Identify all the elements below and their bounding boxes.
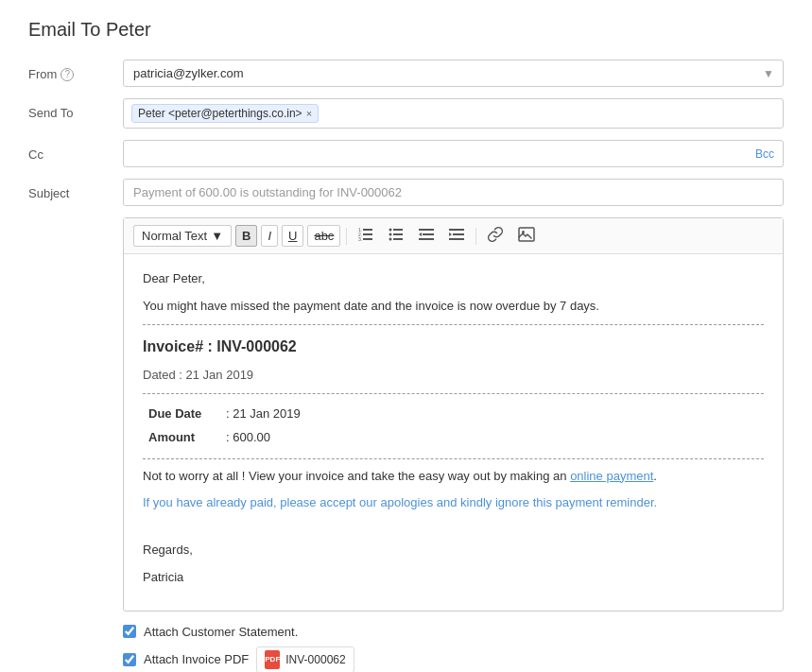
cc-field: Bcc	[123, 140, 784, 167]
normal-text-button[interactable]: Normal Text ▼	[133, 225, 232, 247]
svg-rect-7	[393, 233, 403, 235]
indent-increase-button[interactable]	[443, 225, 470, 247]
from-field: patricia@zylker.com ▼	[123, 60, 784, 87]
regards: Regards,	[143, 541, 764, 560]
greeting: Dear Peter,	[143, 269, 764, 289]
page-title: Email To Peter	[28, 19, 784, 41]
svg-rect-1	[363, 233, 372, 235]
subject-field: Payment of 600.00 is outstanding for INV…	[123, 179, 784, 206]
link-button[interactable]	[482, 224, 509, 248]
attach-statement-label: Attach Customer Statement.	[144, 625, 298, 639]
send-to-label: Send To	[28, 98, 123, 120]
unordered-list-button[interactable]	[383, 225, 409, 247]
svg-rect-6	[393, 229, 403, 231]
svg-point-9	[389, 229, 392, 232]
svg-point-10	[389, 233, 392, 236]
editor-body[interactable]: Dear Peter, You might have missed the pa…	[124, 254, 783, 611]
send-to-field[interactable]: Peter <peter@peterthings.co.in> ×	[123, 98, 784, 129]
indent-decrease-button[interactable]	[413, 225, 440, 247]
invoice-title: Invoice# : INV-000062	[143, 335, 764, 359]
svg-text:3.: 3.	[358, 236, 362, 241]
divider-3	[143, 458, 764, 459]
divider-2	[143, 393, 764, 394]
apology-paragraph: If you have already paid, please accept …	[143, 493, 764, 513]
editor-toolbar: Normal Text ▼ B I U abc 1.2.3.	[124, 218, 783, 254]
send-to-input[interactable]: Peter <peter@peterthings.co.in> ×	[123, 98, 784, 129]
online-payment-link[interactable]: online payment	[570, 469, 653, 483]
toolbar-divider-1	[346, 228, 347, 245]
pdf-filename: INV-000062	[285, 653, 345, 666]
due-date-label: Due Date	[145, 404, 220, 425]
ordered-list-button[interactable]: 1.2.3.	[353, 225, 379, 247]
svg-point-11	[389, 238, 392, 241]
svg-rect-12	[419, 229, 434, 231]
svg-rect-8	[393, 238, 403, 240]
due-date-row: Due Date : 21 Jan 2019	[145, 404, 304, 425]
subject-label: Subject	[28, 179, 123, 200]
pdf-badge: PDF INV-000062	[256, 646, 354, 672]
cc-input[interactable]	[123, 140, 784, 167]
underline-button[interactable]: U	[282, 225, 303, 247]
svg-rect-17	[453, 233, 464, 235]
svg-rect-13	[423, 233, 434, 235]
italic-button[interactable]: I	[261, 225, 278, 247]
svg-rect-18	[449, 238, 464, 240]
bold-button[interactable]: B	[235, 225, 257, 247]
subject-input[interactable]: Payment of 600.00 is outstanding for INV…	[123, 179, 784, 206]
svg-rect-2	[363, 238, 372, 240]
due-date-value: : 21 Jan 2019	[222, 404, 304, 425]
attach-pdf-label: Attach Invoice PDF	[144, 652, 249, 666]
svg-marker-19	[449, 233, 452, 236]
body-line1: You might have missed the payment date a…	[143, 297, 764, 317]
invoice-dated: Dated : 21 Jan 2019	[143, 366, 764, 386]
attach-statement-row: Attach Customer Statement.	[123, 625, 784, 639]
from-label: From ?	[28, 60, 123, 81]
cc-label: Cc	[28, 140, 123, 162]
divider-1	[143, 324, 764, 325]
from-help-icon[interactable]: ?	[60, 68, 74, 81]
reminder-paragraph: Not to worry at all ! View your invoice …	[143, 467, 764, 487]
svg-rect-14	[419, 238, 434, 240]
svg-rect-0	[363, 229, 372, 231]
bcc-link[interactable]: Bcc	[755, 147, 774, 161]
toolbar-divider-2	[475, 228, 476, 245]
attach-pdf-row: Attach Invoice PDF PDF INV-000062	[123, 646, 784, 672]
sender-name: Patricia	[143, 568, 764, 588]
amount-value: : 600.00	[222, 427, 304, 449]
strikethrough-button[interactable]: abc	[307, 225, 340, 247]
remove-recipient-icon[interactable]: ×	[306, 108, 312, 119]
normal-text-chevron-icon: ▼	[211, 229, 223, 243]
attach-pdf-checkbox[interactable]	[123, 653, 136, 666]
invoice-details-table: Due Date : 21 Jan 2019 Amount : 600.00	[143, 402, 306, 451]
image-button[interactable]	[512, 224, 541, 248]
recipient-tag: Peter <peter@peterthings.co.in> ×	[131, 104, 319, 123]
email-editor: Normal Text ▼ B I U abc 1.2.3. Dear Pete…	[123, 217, 784, 612]
attach-statement-checkbox[interactable]	[123, 625, 136, 638]
from-select[interactable]: patricia@zylker.com	[123, 60, 784, 87]
pdf-icon: PDF	[265, 650, 280, 669]
svg-rect-16	[449, 229, 464, 231]
amount-row: Amount : 600.00	[145, 427, 304, 449]
svg-marker-15	[419, 233, 422, 236]
amount-label: Amount	[145, 427, 220, 449]
